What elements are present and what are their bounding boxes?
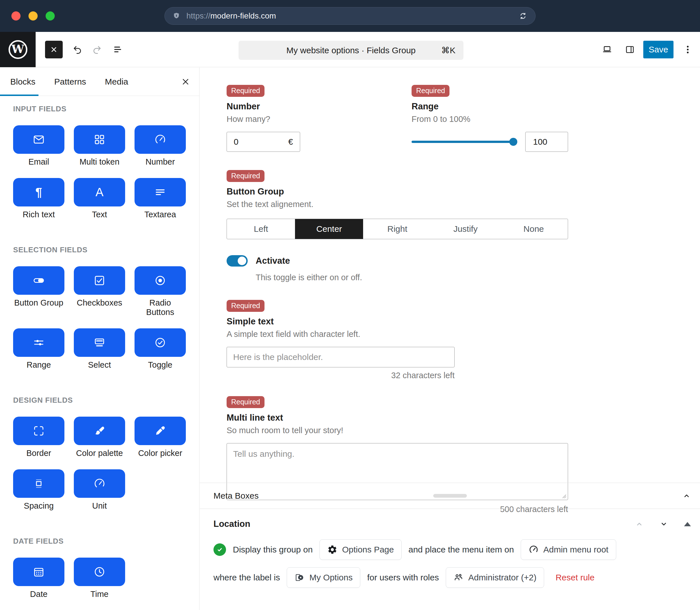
move-up-icon[interactable] <box>635 520 643 528</box>
close-inserter-icon[interactable] <box>181 77 191 87</box>
field-label: Multi line text <box>227 413 568 423</box>
checkbox-icon <box>93 274 106 287</box>
window-controls <box>11 11 55 20</box>
chevron-up-icon[interactable] <box>682 492 691 500</box>
tile-label: Toggle <box>135 360 186 370</box>
reset-rule-link[interactable]: Reset rule <box>556 573 594 582</box>
block-tile-toggle[interactable]: Toggle <box>135 328 186 370</box>
number-input[interactable]: € <box>227 132 300 152</box>
segment-justify[interactable]: Justify <box>432 219 500 239</box>
segment-left[interactable]: Left <box>227 219 295 239</box>
range-slider-handle[interactable] <box>509 138 517 146</box>
admin-menu-root-button[interactable]: Admin menu root <box>521 540 616 560</box>
location-rule-row-1: Display this group on Options Page and p… <box>214 540 700 560</box>
range-slider[interactable] <box>411 141 514 143</box>
tile-label: Range <box>13 360 64 370</box>
letter-a-icon: A <box>95 186 104 198</box>
rule-text: Display this group on <box>233 545 313 555</box>
tile-label: Number <box>135 157 186 166</box>
rule-text: where the label is <box>214 573 280 582</box>
tab-blocks[interactable]: Blocks <box>10 77 35 86</box>
block-tile-range[interactable]: Range <box>13 328 64 370</box>
close-editor-button[interactable] <box>45 41 63 59</box>
roles-button[interactable]: Administrator (+2) <box>446 567 544 588</box>
required-badge: Required <box>227 396 264 408</box>
field-description: Set the text alignement. <box>227 199 568 209</box>
tile-label: Color palette <box>74 449 125 458</box>
close-window-button[interactable] <box>11 11 20 20</box>
tile-label: Spacing <box>13 501 64 511</box>
undo-icon[interactable] <box>72 44 83 55</box>
block-tile-textarea[interactable]: Textarea <box>135 178 186 219</box>
save-button[interactable]: Save <box>643 41 673 59</box>
minimize-window-button[interactable] <box>29 11 37 20</box>
settings-sidebar-icon[interactable] <box>624 44 635 55</box>
tile-label: Border <box>13 449 64 458</box>
gauge-icon <box>154 133 167 146</box>
tab-patterns[interactable]: Patterns <box>54 77 86 86</box>
tab-media[interactable]: Media <box>105 77 128 86</box>
border-icon <box>32 424 45 437</box>
field-button-group: Required Button Group Set the text align… <box>227 170 568 239</box>
activate-toggle[interactable] <box>227 255 248 267</box>
button-label: My Options <box>309 573 353 582</box>
block-tile-unit[interactable]: Unit <box>74 469 125 511</box>
number-input-value[interactable] <box>234 137 277 147</box>
tile-label: Email <box>13 157 64 166</box>
move-down-icon[interactable] <box>659 520 668 528</box>
block-tile-select[interactable]: Select <box>74 328 125 370</box>
spacing-icon <box>32 477 45 490</box>
meta-boxes-resize-handle[interactable] <box>433 494 467 498</box>
wordpress-logo-button[interactable]: W <box>0 32 36 67</box>
clock-icon <box>93 565 106 578</box>
field-number: Required Number How many? € <box>227 85 390 152</box>
block-tile-radio-buttons[interactable]: Radio Buttons <box>135 266 186 317</box>
block-tile-multi-token[interactable]: Multi token <box>74 125 125 166</box>
shield-icon <box>172 12 181 20</box>
list-view-icon[interactable] <box>112 44 123 55</box>
block-tile-checkboxes[interactable]: Checkboxes <box>74 266 125 317</box>
block-tile-date[interactable]: Date <box>13 558 64 599</box>
users-icon <box>453 573 464 583</box>
field-activate: Activate This toggle is either on or off… <box>227 255 568 282</box>
block-tile-border[interactable]: Border <box>13 417 64 458</box>
my-options-button[interactable]: My Options <box>287 567 360 588</box>
segment-right[interactable]: Right <box>363 219 431 239</box>
block-tile-color-palette[interactable]: Color palette <box>74 417 125 458</box>
simple-text-input[interactable] <box>227 347 455 367</box>
tile-label: Textarea <box>135 210 186 219</box>
block-tile-color-picker[interactable]: Color picker <box>135 417 186 458</box>
rule-text: and place the menu item on <box>408 545 514 555</box>
paintbrush-icon <box>93 424 106 437</box>
segment-center[interactable]: Center <box>295 219 363 239</box>
tile-label: Time <box>74 590 125 599</box>
tile-label: Text <box>74 210 125 219</box>
block-tile-email[interactable]: Email <box>13 125 64 166</box>
refresh-icon[interactable] <box>518 11 528 21</box>
address-bar[interactable]: https://modern-fields.com <box>165 7 535 25</box>
redo-icon[interactable] <box>92 44 103 55</box>
field-description: So much room to tell your story! <box>227 426 568 435</box>
field-description: From 0 to 100% <box>411 114 568 124</box>
range-value-input[interactable] <box>525 132 568 152</box>
gear-icon <box>327 545 338 555</box>
wordpress-logo-icon: W <box>9 40 27 59</box>
document-title-button[interactable]: My website options · Fields Group ⌘K <box>238 41 464 60</box>
block-tile-rich-text[interactable]: ¶ Rich text <box>13 178 64 219</box>
segment-none[interactable]: None <box>500 219 568 239</box>
meta-boxes-header[interactable]: Meta Boxes <box>200 483 700 509</box>
options-page-button[interactable]: Options Page <box>320 540 402 560</box>
block-tile-button-group[interactable]: Button Group <box>13 266 64 317</box>
tile-label: Radio Buttons <box>135 298 186 317</box>
more-options-icon[interactable] <box>682 44 693 55</box>
collapse-panel-icon[interactable] <box>684 522 691 526</box>
block-tile-number[interactable]: Number <box>135 125 186 166</box>
zoom-window-button[interactable] <box>46 11 55 20</box>
block-tile-time[interactable]: Time <box>74 558 125 599</box>
tile-label: Unit <box>74 501 125 511</box>
preview-device-icon[interactable] <box>602 44 612 55</box>
block-tile-text[interactable]: A Text <box>74 178 125 219</box>
range-value[interactable] <box>533 137 559 147</box>
tile-label: Date <box>13 590 64 599</box>
block-tile-spacing[interactable]: Spacing <box>13 469 64 511</box>
